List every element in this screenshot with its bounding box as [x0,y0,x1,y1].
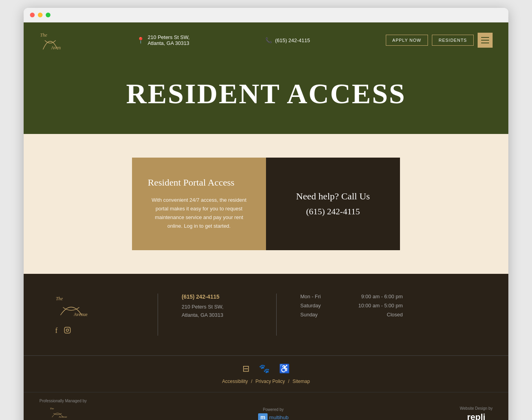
fair-housing-icon: ⊟ [242,364,249,374]
browser-chrome [24,8,508,22]
footer-divider-2 [276,294,277,336]
footer-hours-column: Mon - Fri 9:00 am - 6:00 pm Saturday 10:… [300,294,477,321]
footer-contact-column: (615) 242-4115 210 Peters St SW, Atlanta… [182,294,253,320]
svg-text:Avenue: Avenue [74,312,87,317]
footer-divider-1 [158,294,158,336]
link-sep-1: / [251,379,252,384]
accessibility-icon: ♿ [279,364,290,374]
hours-time-sunday: Closed [387,312,403,318]
hamburger-line-2 [481,40,489,41]
powered-by-credit: Powered by m multihub [258,407,289,420]
logo-icon: The Avenue [39,30,61,51]
maximize-dot[interactable] [46,13,50,17]
header-buttons: APPLY NOW RESIDENTS [386,33,493,48]
site-logo[interactable]: The Avenue [39,30,61,51]
footer-logo: The Avenue [55,294,134,319]
design-by-credit: Website Design by repli [460,406,493,420]
managed-label: Professionally Managed by [39,399,87,403]
repli-logo: repli [467,412,485,420]
footer-logo-icon: The Avenue [55,294,91,317]
instagram-icon[interactable] [64,327,71,336]
resident-portal-card[interactable]: Resident Portal Access With convenient 2… [132,158,266,250]
hours-day-sunday: Sunday [300,312,318,318]
footer-address: 210 Peters St SW, Atlanta, GA 30313 [182,303,253,320]
minimize-dot[interactable] [38,13,43,17]
hours-time-weekday: 9:00 am - 6:00 pm [361,294,403,299]
accessibility-link[interactable]: Accessibility [222,379,248,384]
powered-label: Powered by [263,407,284,412]
svg-point-6 [69,329,69,329]
cards-container: Resident Portal Access With convenient 2… [132,158,400,250]
hours-time-saturday: 10:00 am - 5:00 pm [358,303,403,308]
multihub-m-icon: m [258,413,268,420]
portal-card-title: Resident Portal Access [148,177,250,188]
residents-button[interactable]: RESIDENTS [432,35,474,46]
design-label: Website Design by [460,406,493,411]
close-dot[interactable] [30,13,35,17]
footer-compliance-icons: ⊟ 🐾 ♿ [39,364,493,374]
link-sep-2: / [288,379,289,384]
phone-icon: 📞 [265,37,272,43]
header-phone-number: (615) 242-4115 [275,37,310,43]
managed-logo-icon: The Avenue [49,405,77,420]
footer-logo-column: The Avenue f [55,294,134,336]
hamburger-line-3 [481,43,489,43]
help-card[interactable]: Need help? Call Us (615) 242-4115 [266,158,400,250]
apply-now-button[interactable]: APPLY NOW [386,35,428,46]
pet-friendly-icon: 🐾 [259,364,270,374]
managed-by-credit: Professionally Managed by The Avenue [39,399,87,420]
multihub-name: multihub [269,414,288,420]
footer-phone-link[interactable]: (615) 242-4115 [182,294,253,300]
footer-address-line2: Atlanta, GA 30313 [182,311,253,320]
svg-text:The: The [56,296,63,301]
browser-window: The Avenue 📍 210 Peters St SW, Atlanta, … [24,8,508,420]
footer-main: The Avenue f (615) [24,274,508,355]
facebook-icon[interactable]: f [55,327,58,336]
managed-logo: The Avenue [49,405,77,420]
svg-text:The: The [50,407,54,411]
hamburger-menu-button[interactable] [478,33,493,48]
svg-text:The: The [40,32,48,38]
help-card-phone: (615) 242-4115 [306,206,360,217]
svg-point-5 [66,329,69,331]
header-address: 📍 210 Peters St SW, Atlanta, GA 30313 [137,34,190,46]
hours-row-weekday: Mon - Fri 9:00 am - 6:00 pm [300,294,403,299]
hours-day-weekday: Mon - Fri [300,294,321,299]
privacy-policy-link[interactable]: Privacy Policy [255,379,285,384]
help-card-title: Need help? Call Us [296,191,370,202]
footer-bottom: ⊟ 🐾 ♿ Accessibility / Privacy Policy / S… [24,355,508,392]
site-header: The Avenue 📍 210 Peters St SW, Atlanta, … [24,22,508,58]
address-line1: 210 Peters St SW, [148,34,190,40]
header-phone: 📞 (615) 242-4115 [265,37,310,43]
footer-credits: Professionally Managed by The Avenue Pow… [24,392,508,420]
location-icon: 📍 [137,37,145,44]
address-line2: Atlanta, GA 30313 [148,40,190,46]
footer-socials: f [55,327,134,336]
footer-address-line1: 210 Peters St SW, [182,303,253,311]
cards-section: Resident Portal Access With convenient 2… [24,134,508,274]
hamburger-line-1 [481,37,489,38]
svg-text:Avenue: Avenue [51,45,61,50]
hours-row-sunday: Sunday Closed [300,312,403,318]
hours-day-saturday: Saturday [300,303,321,308]
svg-text:Avenue: Avenue [59,416,67,419]
sitemap-link[interactable]: Sitemap [292,379,310,384]
hero-title: RESIDENT ACCESS [39,78,493,110]
portal-card-text: With convenient 24/7 access, the residen… [148,196,250,230]
svg-rect-4 [65,327,71,333]
footer-links-row: Accessibility / Privacy Policy / Sitemap [39,379,493,384]
hours-row-saturday: Saturday 10:00 am - 5:00 pm [300,303,403,308]
hero-section: RESIDENT ACCESS [24,58,508,134]
multihub-logo: m multihub [258,413,289,420]
